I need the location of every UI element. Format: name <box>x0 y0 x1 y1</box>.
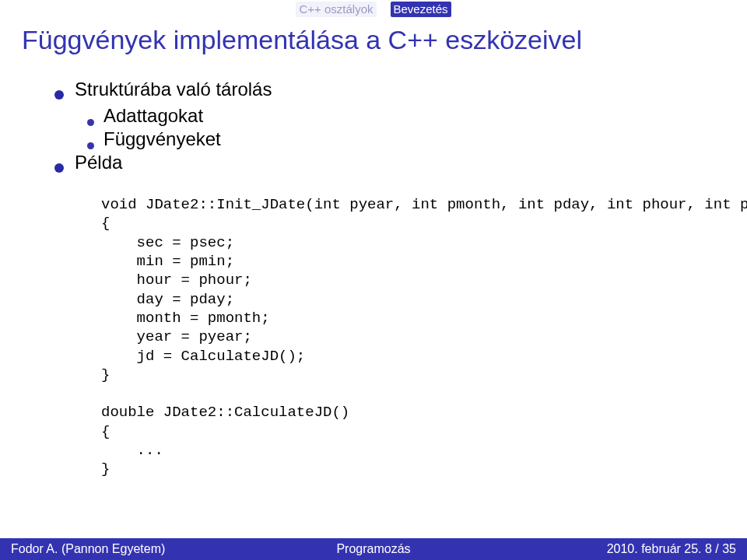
bullet-text: Példa <box>75 152 122 173</box>
footer-page: 2010. február 25. 8 / 35 <box>494 542 736 556</box>
bullet-icon <box>87 119 94 126</box>
list-item: Függvényeket <box>87 128 693 150</box>
footer: Fodor A. (Pannon Egyetem) Programozás 20… <box>0 538 747 560</box>
footer-title: Programozás <box>253 542 495 556</box>
bullet-icon <box>87 142 94 149</box>
breadcrumb: C++ osztályok Bevezetés <box>0 0 747 17</box>
list-item: Struktúrába való tárolás <box>54 79 693 100</box>
list-item: Példa <box>54 152 693 173</box>
bullet-icon <box>54 90 64 100</box>
nav-subsection[interactable]: Bevezetés <box>391 2 451 17</box>
content-area: Struktúrába való tárolás Adattagokat Füg… <box>0 79 747 479</box>
bullet-text: Függvényeket <box>103 128 221 150</box>
nav-section[interactable]: C++ osztályok <box>296 2 376 17</box>
footer-author: Fodor A. (Pannon Egyetem) <box>11 542 253 556</box>
list-item: Adattagokat <box>87 105 693 127</box>
page-title: Függvények implementálása a C++ eszközei… <box>0 17 747 79</box>
bullet-icon <box>54 163 64 173</box>
code-block: void JDate2::Init_JDate(int pyear, int p… <box>101 195 693 479</box>
bullet-text: Adattagokat <box>103 105 203 127</box>
bullet-text: Struktúrába való tárolás <box>75 79 272 100</box>
